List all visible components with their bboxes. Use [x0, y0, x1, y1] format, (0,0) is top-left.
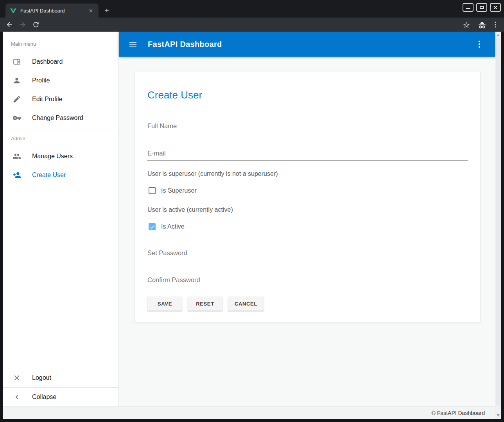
sidebar-item-profile[interactable]: Profile — [3, 71, 118, 90]
window-controls: ✕ — [463, 3, 501, 12]
vue-logo-icon — [10, 8, 16, 13]
app-bar: FastAPI Dashboard — [119, 32, 495, 57]
close-window-button[interactable]: ✕ — [490, 3, 501, 12]
reset-button[interactable]: RESET — [188, 297, 222, 311]
checkbox-checked-icon[interactable] — [149, 223, 156, 230]
reload-icon[interactable] — [32, 21, 40, 29]
sidebar-item-edit-profile[interactable]: Edit Profile — [3, 90, 118, 109]
people-icon — [13, 152, 21, 161]
pencil-icon — [13, 95, 21, 104]
tab-title: FastAPI Dashboard — [20, 8, 87, 14]
email-field[interactable] — [147, 150, 468, 161]
set-password-field[interactable] — [147, 249, 468, 260]
tab-close-icon[interactable]: ✕ — [87, 7, 95, 14]
copyright-text: © FastAPI Dashboard — [432, 410, 485, 416]
sidebar-header-admin: Admin — [11, 136, 118, 141]
app-bar-kebab-icon[interactable] — [475, 39, 484, 49]
incognito-icon — [477, 21, 487, 30]
is-active-checkbox[interactable]: Is Active — [147, 222, 468, 231]
minimize-button[interactable] — [463, 3, 474, 12]
browser-menu-kebab-icon[interactable] — [491, 21, 499, 29]
form-buttons: SAVE RESET CANCEL — [147, 297, 468, 311]
sidebar-item-change-password[interactable]: Change Password — [3, 109, 118, 127]
key-icon — [13, 114, 21, 122]
person-add-icon — [13, 171, 21, 179]
superuser-hint: User is superuser (currently is not a su… — [147, 170, 468, 177]
maximize-icon — [480, 6, 484, 9]
checkbox-unchecked-icon[interactable] — [149, 187, 156, 194]
person-icon — [13, 76, 21, 85]
close-icon: ✕ — [493, 5, 498, 10]
sidebar-item-dashboard[interactable]: Dashboard — [3, 52, 118, 71]
save-button[interactable]: SAVE — [147, 297, 182, 311]
scroll-down-arrow-icon[interactable] — [497, 414, 500, 417]
sidebar-divider — [3, 129, 118, 129]
is-superuser-checkbox[interactable]: Is Superuser — [147, 186, 468, 195]
full-name-field[interactable] — [147, 122, 468, 133]
vertical-scrollbar[interactable] — [495, 32, 501, 419]
sidebar-item-logout[interactable]: Logout — [3, 368, 118, 387]
sidebar-header-main-menu: Main menu — [11, 41, 118, 47]
active-hint: User is active (currently active) — [147, 206, 468, 213]
sidebar-item-create-user[interactable]: Create User — [3, 166, 118, 184]
sidebar: Main menu Dashboard Profile E — [3, 32, 119, 406]
browser-toolbar: localhost/main/admin/users/create — [0, 18, 504, 32]
create-user-card: Create User User is superuser (currently… — [135, 72, 481, 323]
browser-tab[interactable]: FastAPI Dashboard ✕ — [5, 4, 99, 18]
back-icon[interactable] — [5, 21, 13, 29]
is-active-label: Is Active — [161, 223, 185, 230]
new-tab-button[interactable]: + — [102, 6, 111, 15]
scrollbar-thumb[interactable] — [496, 38, 500, 406]
app-bar-title: FastAPI Dashboard — [148, 40, 222, 49]
forward-icon[interactable] — [19, 21, 27, 29]
cancel-button[interactable]: CANCEL — [228, 297, 264, 311]
page-title: Create User — [147, 89, 468, 101]
confirm-password-field[interactable] — [147, 276, 468, 287]
sidebar-bottom: Logout Collapse — [3, 368, 118, 406]
logout-x-icon — [13, 374, 21, 382]
tab-strip: FastAPI Dashboard ✕ + ✕ — [0, 0, 504, 18]
check-mark-icon — [149, 224, 155, 230]
browser-window: FastAPI Dashboard ✕ + ✕ localhost/main/a… — [0, 0, 504, 422]
bookmark-star-icon[interactable] — [463, 21, 470, 29]
sidebar-item-manage-users[interactable]: Manage Users — [3, 147, 118, 166]
sidebar-item-collapse[interactable]: Collapse — [3, 388, 118, 406]
page-viewport: Main menu Dashboard Profile E — [3, 32, 501, 419]
minimize-icon — [466, 8, 470, 9]
maximize-button[interactable] — [476, 3, 487, 12]
is-superuser-label: Is Superuser — [161, 187, 197, 194]
page-footer: © FastAPI Dashboard — [3, 406, 495, 419]
hamburger-menu-icon[interactable] — [128, 39, 138, 49]
dashboard-icon — [13, 57, 21, 66]
scroll-up-arrow-icon[interactable] — [497, 34, 500, 36]
chevron-left-icon — [13, 393, 21, 401]
